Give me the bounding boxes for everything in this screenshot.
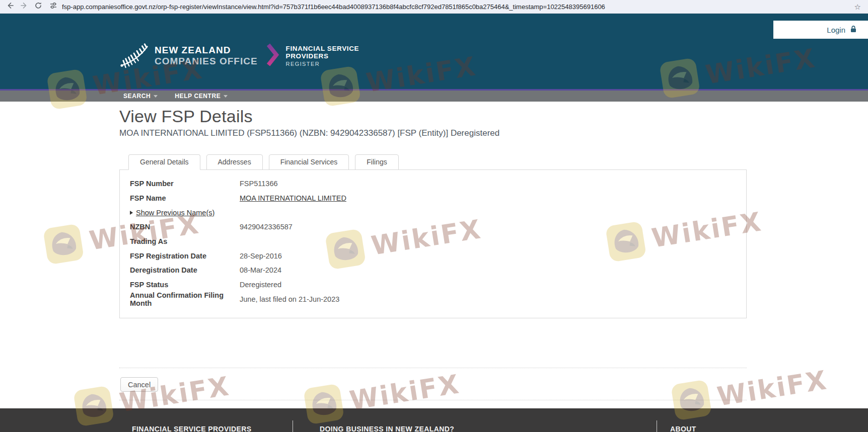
address-bar[interactable]: fsp-app.companiesoffice.govt.nz/orp-fsp-… — [49, 2, 854, 12]
detail-value: 28-Sep-2016 — [240, 252, 282, 260]
footer-heading-doing-business: DOING BUSINESS IN NEW ZEALAND? — [320, 425, 454, 432]
triangle-right-icon — [130, 211, 133, 215]
general-details-panel: FSP Number FSP511366 FSP Name MOA INTERN… — [119, 169, 747, 318]
detail-label: Deregistration Date — [120, 266, 240, 274]
detail-row-annual-confirmation: Annual Confirmation Filing Month June, l… — [120, 292, 746, 307]
detail-label: NZBN — [120, 223, 240, 231]
tab-general-details[interactable]: General Details — [128, 154, 200, 170]
detail-value: June, last filed on 21-Jun-2023 — [240, 295, 339, 303]
detail-label: FSP Number — [120, 180, 240, 188]
brand-line2: COMPANIES OFFICE — [155, 56, 258, 67]
fsp-name-link[interactable]: MOA INTERNATIONAL LIMITED — [240, 194, 346, 202]
detail-row-registration-date: FSP Registration Date 28-Sep-2016 — [120, 248, 746, 263]
back-arrow-icon — [6, 2, 14, 12]
url-text: fsp-app.companiesoffice.govt.nz/orp-fsp-… — [62, 3, 605, 11]
browser-chrome: fsp-app.companiesoffice.govt.nz/orp-fsp-… — [0, 0, 868, 14]
nav-search-label: SEARCH — [123, 93, 151, 100]
back-button[interactable] — [3, 1, 17, 13]
detail-row-deregistration-date: Deregistration Date 08-Mar-2024 — [120, 263, 746, 278]
detail-row-trading-as: Trading As — [120, 234, 746, 249]
reload-button[interactable] — [31, 1, 45, 13]
footer-divider — [657, 420, 657, 432]
tab-bar: General Details Addresses Financial Serv… — [128, 154, 399, 170]
detail-row-fsp-number: FSP Number FSP511366 — [120, 177, 746, 191]
silver-fern-icon — [119, 41, 151, 70]
register-line1: FINANCIAL SERVICE — [286, 45, 359, 52]
lock-icon — [850, 25, 857, 34]
forward-arrow-icon — [20, 2, 28, 12]
page-title: View FSP Details — [119, 107, 253, 126]
main-nav: SEARCH HELP CENTRE — [0, 91, 868, 102]
footer-divider — [293, 420, 293, 432]
detail-row-previous-names: Show Previous Name(s) — [120, 205, 746, 220]
nav-item-help-centre[interactable]: HELP CENTRE — [175, 93, 228, 100]
detail-value: 9429042336587 — [240, 223, 293, 231]
tab-addresses[interactable]: Addresses — [206, 154, 263, 170]
tab-filings[interactable]: Filings — [355, 154, 398, 170]
site-info-icon[interactable] — [49, 2, 57, 12]
detail-label: FSP Status — [120, 281, 240, 289]
companies-office-wordmark: NEW ZEALAND COMPANIES OFFICE — [155, 45, 258, 67]
chevron-down-icon — [154, 95, 158, 98]
detail-row-fsp-name: FSP Name MOA INTERNATIONAL LIMITED — [120, 191, 746, 206]
footer-heading-fsp: FINANCIAL SERVICE PROVIDERS — [132, 425, 251, 432]
previous-names-toggle[interactable]: Show Previous Name(s) — [120, 209, 240, 217]
brand-line1: NEW ZEALAND — [155, 45, 258, 56]
site-header: Login NEW ZEALAND COMPANIES OFFICE — [0, 14, 868, 91]
detail-label: FSP Registration Date — [120, 252, 240, 260]
chevron-down-icon — [224, 95, 228, 98]
login-label: Login — [827, 26, 845, 34]
cancel-button[interactable]: Cancel — [120, 377, 158, 392]
fsp-register-wordmark: FINANCIAL SERVICE PROVIDERS REGISTER — [286, 45, 359, 67]
companies-office-logo[interactable]: NEW ZEALAND COMPANIES OFFICE FINANCIAL S… — [119, 41, 359, 70]
tab-financial-services[interactable]: Financial Services — [269, 154, 349, 170]
divider — [119, 400, 747, 400]
wikifx-text: WikiFX — [715, 365, 830, 412]
chevron-separator-icon — [267, 43, 279, 68]
reload-icon — [34, 2, 42, 12]
detail-value: Deregistered — [240, 281, 281, 289]
detail-label: FSP Name — [120, 194, 240, 202]
detail-value: FSP511366 — [240, 180, 278, 188]
forward-button[interactable] — [17, 1, 31, 13]
detail-value: 08-Mar-2024 — [240, 266, 281, 274]
login-button[interactable]: Login — [773, 21, 868, 39]
show-previous-names-link[interactable]: Show Previous Name(s) — [136, 209, 214, 217]
wikifx-logo-icon — [42, 223, 85, 268]
detail-label: Trading As — [120, 237, 240, 245]
register-line3: REGISTER — [286, 61, 359, 67]
detail-label: Annual Confirmation Filing Month — [120, 291, 240, 307]
divider — [119, 368, 747, 368]
nav-help-label: HELP CENTRE — [175, 93, 221, 100]
nav-item-search[interactable]: SEARCH — [123, 93, 158, 100]
detail-row-fsp-status: FSP Status Deregistered — [120, 278, 746, 292]
footer-heading-about: ABOUT — [670, 425, 696, 432]
page-subtitle: MOA INTERNATIONAL LIMITED (FSP511366) (N… — [119, 128, 499, 138]
browser-window: fsp-app.companiesoffice.govt.nz/orp-fsp-… — [0, 0, 868, 432]
detail-row-nzbn: NZBN 9429042336587 — [120, 220, 746, 234]
register-line2: PROVIDERS — [286, 52, 359, 60]
bookmark-star-icon[interactable] — [854, 3, 861, 11]
page-footer: FINANCIAL SERVICE PROVIDERS DOING BUSINE… — [0, 408, 868, 432]
